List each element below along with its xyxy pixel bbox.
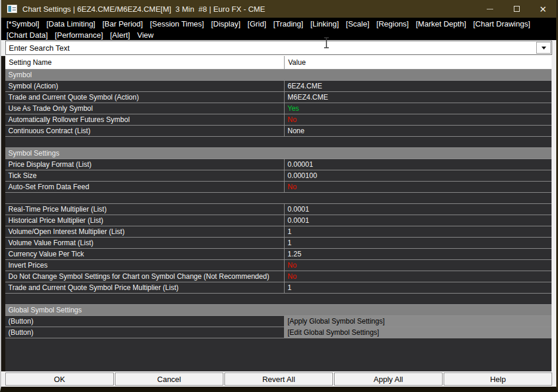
setting-name-cell: Trade and Current Quote Symbol (Action) <box>5 92 285 103</box>
menu-item-alert[interactable]: [Alert] <box>107 31 134 39</box>
setting-value-cell[interactable]: 1 <box>285 238 552 248</box>
setting-name-cell: Symbol <box>5 70 552 80</box>
setting-value-cell[interactable]: No <box>285 260 552 271</box>
minimize-button[interactable] <box>477 0 503 18</box>
menu-item-chart-drawings[interactable]: [Chart Drawings] <box>470 19 534 28</box>
cancel-button[interactable]: Cancel <box>115 373 223 386</box>
section-header-row: Global Symbol Settings <box>5 305 552 316</box>
menu-item-session-times[interactable]: [Session Times] <box>146 19 207 28</box>
setting-row[interactable]: (Button)[Apply Global Symbol Settings] <box>5 316 552 327</box>
setting-value-cell[interactable]: M6EZ4.CME <box>285 92 552 103</box>
setting-row[interactable]: Tick Size0.000100 <box>5 170 552 182</box>
setting-name-cell: Price Display Format (List) <box>5 159 285 170</box>
menu-item-trading[interactable]: [Trading] <box>270 19 307 28</box>
menu-row-1: [*Symbol][Data Limiting][Bar Period][Ses… <box>3 18 556 29</box>
settings-grid: Setting Name Value SymbolSymbol (Action)… <box>5 56 552 371</box>
apply-all-button[interactable]: Apply All <box>334 373 443 386</box>
setting-row[interactable]: Real-Time Price Multiplier (List)0.0001 <box>5 204 552 215</box>
grid-header: Setting Name Value <box>5 56 552 70</box>
menu-item-data-limiting[interactable]: [Data Limiting] <box>43 19 99 28</box>
menu-item-performance[interactable]: [Performance] <box>51 31 107 39</box>
menu-item-display[interactable]: [Display] <box>207 19 244 28</box>
spacer-row <box>5 193 552 204</box>
right-gutter <box>552 56 556 371</box>
column-header-setting-name: Setting Name <box>5 56 285 69</box>
setting-action-button[interactable]: [Apply Global Symbol Settings] <box>285 316 552 327</box>
column-header-value: Value <box>285 56 552 69</box>
menu-item-regions[interactable]: [Regions] <box>373 19 412 28</box>
setting-row[interactable]: Automatically Rollover Futures SymbolNo <box>5 114 552 126</box>
setting-value-cell[interactable]: 0.00001 <box>285 159 552 170</box>
setting-name-cell: Auto-Set From Data Feed <box>5 182 285 192</box>
setting-name-cell <box>5 294 552 304</box>
setting-value-cell[interactable]: Yes <box>285 103 552 114</box>
setting-row[interactable]: Symbol (Action)6EZ4.CME <box>5 81 552 92</box>
footer-button-bar: OKCancelRevert AllApply AllHelp <box>1 371 556 387</box>
window-title: Chart Settings | 6EZ4.CME/M6EZ4.CME[M] 3… <box>22 5 265 14</box>
maximize-button[interactable] <box>503 0 530 18</box>
setting-value-cell[interactable]: 6EZ4.CME <box>285 81 552 91</box>
setting-row[interactable]: Use As Trade Only SymbolYes <box>5 103 552 114</box>
menu-item-view[interactable]: View <box>134 31 157 39</box>
setting-value-cell[interactable]: No <box>285 114 552 125</box>
setting-row[interactable]: Volume/Open Interest Multiplier (List)1 <box>5 226 552 238</box>
search-input[interactable] <box>6 41 552 54</box>
setting-row[interactable]: Currency Value Per Tick1.25 <box>5 249 552 260</box>
setting-value-cell[interactable]: None <box>285 126 552 136</box>
setting-action-button[interactable]: [Edit Global Symbol Settings] <box>285 327 552 338</box>
setting-name-cell: Continuous Contract (List) <box>5 126 285 136</box>
menu-item-scale[interactable]: [Scale] <box>342 19 373 28</box>
setting-row[interactable]: Do Not Change Symbol Settings for Chart … <box>5 271 552 282</box>
setting-name-cell: Tick Size <box>5 170 285 181</box>
close-button[interactable]: ✕ <box>530 0 556 18</box>
app-icon <box>7 5 17 13</box>
setting-value-cell[interactable]: 0.0001 <box>285 204 552 215</box>
setting-name-cell: Symbol Settings <box>5 148 552 159</box>
menu-row-2: [Chart Data][Performance][Alert]View <box>3 29 556 41</box>
setting-value-cell[interactable]: No <box>285 182 552 192</box>
setting-name-cell: Real-Time Price Multiplier (List) <box>5 204 285 215</box>
grid-empty-area <box>5 338 552 371</box>
search-combobox[interactable] <box>5 41 552 55</box>
combo-dropdown-button[interactable] <box>536 42 551 54</box>
setting-name-cell: Currency Value Per Tick <box>5 249 285 259</box>
revert-all-button[interactable]: Revert All <box>224 373 333 386</box>
chart-settings-dialog: Chart Settings | 6EZ4.CME/M6EZ4.CME[M] 3… <box>0 0 558 392</box>
maximize-icon <box>514 6 520 12</box>
setting-row[interactable]: Invert PricesNo <box>5 260 552 271</box>
setting-row[interactable]: Volume Value Format (List)1 <box>5 238 552 249</box>
setting-name-cell: Do Not Change Symbol Settings for Chart … <box>5 271 285 282</box>
setting-value-cell[interactable]: No <box>285 271 552 282</box>
setting-name-cell: Global Symbol Settings <box>5 305 552 315</box>
setting-row[interactable]: Continuous Contract (List)None <box>5 126 552 137</box>
setting-name-cell <box>5 137 552 147</box>
menu-item-bar-period[interactable]: [Bar Period] <box>99 19 147 28</box>
menu-bar: [*Symbol][Data Limiting][Bar Period][Ses… <box>1 18 556 40</box>
setting-name-cell: Symbol (Action) <box>5 81 285 91</box>
setting-value-cell[interactable]: 1.25 <box>285 249 552 259</box>
setting-row[interactable]: Trade and Current Quote Symbol (Action)M… <box>5 92 552 103</box>
section-header-row: Symbol Settings <box>5 148 552 159</box>
setting-row[interactable]: (Button)[Edit Global Symbol Settings] <box>5 327 552 338</box>
setting-value-cell[interactable]: 1 <box>285 226 552 237</box>
setting-row[interactable]: Historical Price Multiplier (List)0.0001 <box>5 215 552 226</box>
setting-value-cell[interactable]: 0.000100 <box>285 170 552 181</box>
setting-value-cell[interactable]: 0.0001 <box>285 215 552 226</box>
setting-row[interactable]: Auto-Set From Data FeedNo <box>5 182 552 193</box>
menu-item-symbol[interactable]: [*Symbol] <box>3 19 43 28</box>
setting-name-cell: Volume/Open Interest Multiplier (List) <box>5 226 285 237</box>
help-button[interactable]: Help <box>444 373 552 386</box>
menu-item-chart-data[interactable]: [Chart Data] <box>3 31 51 39</box>
ok-button[interactable]: OK <box>5 373 114 386</box>
setting-name-cell: (Button) <box>5 316 285 327</box>
menu-item-linking[interactable]: [Linking] <box>307 19 342 28</box>
setting-row[interactable]: Price Display Format (List)0.00001 <box>5 159 552 170</box>
menu-item-market-depth[interactable]: [Market Depth] <box>412 19 470 28</box>
search-row <box>1 40 556 56</box>
menu-item-grid[interactable]: [Grid] <box>244 19 270 28</box>
title-bar: Chart Settings | 6EZ4.CME/M6EZ4.CME[M] 3… <box>1 0 556 18</box>
setting-name-cell: Invert Prices <box>5 260 285 271</box>
setting-row[interactable]: Trade and Current Quote Symbol Price Mul… <box>5 282 552 294</box>
left-gutter <box>1 56 5 371</box>
setting-value-cell[interactable]: 1 <box>285 282 552 293</box>
